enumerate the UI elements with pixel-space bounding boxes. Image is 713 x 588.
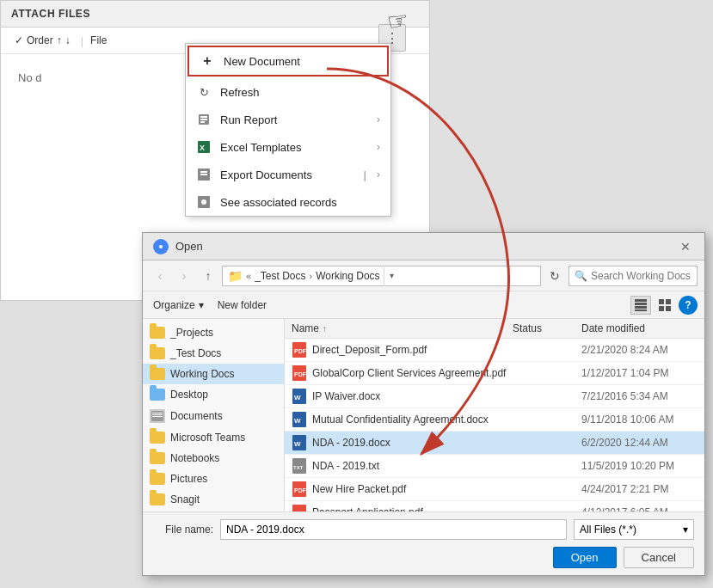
file-row-mutual-conf[interactable]: W Mutual Confidentiality Agreement.docx … [285,408,704,432]
menu-item-export-documents[interactable]: Export Documents | › [186,161,390,188]
menu-item-new-document[interactable]: + New Document [189,47,387,75]
breadcrumb-bar[interactable]: 📁 « _Test Docs › Working Docs ▾ [222,266,541,286]
nav-forward-button[interactable]: › [174,266,194,286]
svg-rect-23 [152,414,163,415]
filename-input[interactable] [220,519,567,540]
file-open-dialog: Open ✕ ‹ › ↑ 📁 « _Test Docs › Working Do… [142,232,705,576]
new-folder-button[interactable]: New folder [218,299,267,311]
org-toolbar: Organize ▾ New folder [143,291,704,319]
svg-rect-17 [659,299,664,304]
filetype-arrow-icon: ▾ [683,524,688,536]
snagit-label: Snagit [170,493,200,505]
file-name-direct-deposit: Direct_Deposit_Form.pdf [312,344,513,356]
new-document-highlight-box: + New Document [187,46,389,77]
search-input[interactable] [591,270,691,282]
teams-label: Microsoft Teams [170,432,245,444]
organize-dropdown-icon: ▾ [199,299,204,311]
col-name-header[interactable]: Name ↑ [292,322,513,334]
nav-back-button[interactable]: ‹ [150,266,170,286]
view-large-icons-button[interactable] [655,296,675,315]
help-button[interactable]: ? [679,296,698,315]
svg-rect-16 [635,309,647,311]
left-item-testdocs[interactable]: _Test Docs [143,343,284,364]
svg-text:PDF: PDF [294,487,306,493]
documents-label: Documents [170,410,223,422]
notebooks-folder-icon [150,452,165,464]
run-report-label: Run Report [220,113,368,126]
svg-point-10 [201,199,206,205]
organize-button[interactable]: Organize ▾ [150,297,207,313]
panel-title: ATTACH FILES [11,8,90,20]
svg-text:TXT: TXT [293,465,304,470]
breadcrumb-testdocs[interactable]: _Test Docs [255,270,305,282]
context-menu: + New Document ↻ Refresh Run Report › X … [185,43,391,217]
file-row-passport[interactable]: PDF Passport Application.pdf 4/12/2017 6… [285,501,704,511]
col-sort-arrow: ↑ [323,324,327,334]
panel-header: ATTACH FILES [1,1,429,28]
file-row-direct-deposit[interactable]: PDF Direct_Deposit_Form.pdf 2/21/2020 8:… [285,339,704,362]
svg-rect-18 [666,299,671,304]
menu-item-see-associated[interactable]: See associated records [186,188,390,216]
left-item-projects[interactable]: _Projects [143,322,284,343]
menu-item-refresh[interactable]: ↻ Refresh [186,78,390,106]
nav-up-button[interactable]: ↑ [198,266,218,286]
file-date-mutual-conf: 9/11/2018 10:06 AM [581,413,698,426]
organize-label: Organize [153,299,195,311]
dialog-right-panel: Name ↑ Status Date modified PDF [285,319,704,511]
dialog-titlebar: Open ✕ [143,233,704,260]
pictures-label: Pictures [170,473,207,485]
view-details-button[interactable] [630,296,651,315]
filetype-dropdown[interactable]: All Files (*.*) ▾ [574,519,694,540]
open-button[interactable]: Open [553,547,617,568]
filetype-label: All Files (*.*) [580,524,636,536]
file-date-new-hire: 4/24/2017 2:21 PM [581,483,698,495]
svg-point-12 [159,245,163,248]
menu-item-run-report[interactable]: Run Report › [186,106,390,133]
svg-rect-3 [200,121,205,123]
left-item-snagit[interactable]: Snagit [143,489,284,510]
excel-templates-label: Excel Templates [220,141,368,154]
order-sort[interactable]: ✓ Order ↑ ↓ [11,33,74,48]
breadcrumb-refresh-button[interactable]: ↻ [544,266,565,286]
file-row-globalcorp[interactable]: PDF GlobalCorp Client Services Agreement… [285,362,704,385]
testdocs-label: _Test Docs [170,347,221,359]
svg-rect-22 [152,413,163,413]
excel-icon: X [196,139,212,155]
associated-icon [196,194,212,210]
left-item-notebooks[interactable]: Notebooks [143,448,284,469]
run-report-arrow: › [377,113,380,126]
export-arrow: › [377,168,380,181]
order-label: Order [27,34,53,46]
breadcrumb-workingdocs[interactable]: Working Docs [316,270,379,282]
file-row-nda-txt[interactable]: TXT NDA - 2019.txt 11/5/2019 10:20 PM [285,455,704,478]
pdf-icon-direct-deposit: PDF [292,342,307,358]
col-name-label: Name [292,322,319,334]
col-status-header[interactable]: Status [513,322,581,334]
dialog-close-button[interactable]: ✕ [677,238,694,255]
file-row-new-hire[interactable]: PDF New Hire Packet.pdf 4/24/2017 2:21 P… [285,478,704,501]
filename-label: File name: [153,524,213,536]
file-name-ip-waiver: IP Waiver.docx [312,390,513,402]
left-item-workingdocs[interactable]: Working Docs [143,364,284,384]
file-row-ip-waiver[interactable]: W IP Waiver.docx 7/21/2016 5:34 AM [285,385,704,408]
projects-folder-icon [150,327,165,339]
dialog-title-left: Open [153,239,203,254]
menu-item-excel-templates[interactable]: X Excel Templates › [186,133,390,161]
view-buttons: ? [630,296,698,315]
left-item-teams[interactable]: Microsoft Teams [143,427,284,448]
dialog-body: _Projects _Test Docs Working Docs Deskto… [143,319,704,511]
col-date-header[interactable]: Date modified [581,322,698,334]
left-item-desktop[interactable]: Desktop [143,384,284,405]
cancel-button[interactable]: Cancel [624,547,694,568]
svg-rect-24 [152,416,163,417]
left-item-pictures[interactable]: Pictures [143,469,284,489]
checkmark-icon: ✓ [15,34,23,46]
left-item-documents[interactable]: Documents [143,405,284,427]
file-row-nda-2019[interactable]: W NDA - 2019.docx 6/2/2020 12:44 AM [285,432,704,455]
breadcrumb-dropdown-button[interactable]: ▾ [384,266,399,286]
col-date-label: Date modified [581,322,645,334]
word-icon-mutual-conf: W [292,412,307,427]
dialog-left-panel: _Projects _Test Docs Working Docs Deskto… [143,319,285,511]
svg-rect-15 [635,306,647,309]
svg-rect-20 [666,306,671,311]
